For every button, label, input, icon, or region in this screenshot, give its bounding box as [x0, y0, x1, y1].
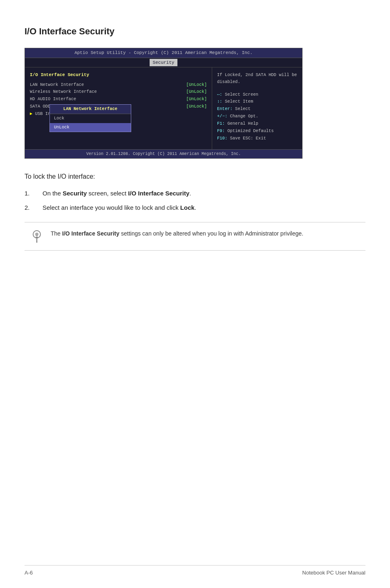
bios-nav-change: +/−: Change Opt.: [217, 113, 297, 120]
svg-point-4: [36, 242, 38, 243]
step-2-num: 2.: [25, 203, 36, 213]
step-1-num: 1.: [25, 189, 36, 198]
bios-popup-lock[interactable]: Lock: [50, 114, 131, 123]
bios-popup: LAN Network Interface Lock UnLock: [49, 104, 131, 132]
step-1-text: On the Security screen, select I/O Inter…: [43, 189, 191, 198]
bios-left-panel: I/O Interface Security LAN Network Inter…: [25, 67, 212, 149]
bios-section-title: I/O Interface Security: [30, 72, 207, 79]
info-icon: [30, 230, 43, 243]
svg-rect-2: [36, 238, 38, 239]
note-icon: [29, 229, 44, 244]
note-text: The I/O Interface Security settings can …: [51, 229, 303, 238]
bios-nav-enter: Enter: Select: [217, 105, 297, 113]
bios-item-audio: HD AUDIO Interface [UnLock]: [30, 96, 207, 103]
bios-nav-f10: F10: Save ESC: Exit: [217, 135, 297, 142]
bios-item-lan: LAN Network Interface [UnLock]: [30, 82, 207, 88]
bios-help-text: If Locked, 2nd SATA HDD will be disabled…: [217, 72, 297, 85]
bios-nav-select-item: ↕: Select Item: [217, 98, 297, 105]
bios-popup-title: LAN Network Interface: [50, 105, 131, 114]
note-box: The I/O Interface Security settings can …: [25, 222, 365, 251]
bios-tab-security: Security: [150, 59, 178, 67]
step-2: 2. Select an interface you would like to…: [25, 203, 365, 213]
bios-tab-row: Security: [25, 58, 302, 68]
footer-right: Notebook PC User Manual: [302, 569, 365, 577]
bios-nav-select-screen: ↔: Select Screen: [217, 91, 297, 99]
footer-left: A-6: [25, 569, 33, 577]
bios-nav-text: ↔: Select Screen ↕: Select Item Enter: S…: [217, 91, 297, 142]
bios-item-wireless: Wireless Network Interface [UnLock]: [30, 89, 207, 95]
page-footer: A-6 Notebook PC User Manual: [25, 565, 365, 577]
bios-footer: Version 2.01.1208. Copyright (C) 2011 Am…: [25, 149, 302, 158]
bios-screenshot: Aptio Setup Utility - Copyright (C) 2011…: [25, 48, 303, 159]
step-2-text: Select an interface you would like to lo…: [43, 203, 196, 213]
bios-right-panel: If Locked, 2nd SATA HDD will be disabled…: [212, 67, 302, 149]
page-title: I/O Interface Security: [25, 25, 365, 38]
bios-popup-unlock[interactable]: UnLock: [50, 123, 131, 132]
svg-rect-1: [36, 237, 38, 238]
step-1: 1. On the Security screen, select I/O In…: [25, 189, 365, 198]
bios-nav-f9: F9: Optimized Defaults: [217, 128, 297, 135]
steps-list: 1. On the Security screen, select I/O In…: [25, 189, 365, 212]
bios-body: I/O Interface Security LAN Network Inter…: [25, 67, 302, 149]
bios-header: Aptio Setup Utility - Copyright (C) 2011…: [25, 48, 302, 58]
bios-nav-f1: F1: General Help: [217, 120, 297, 128]
intro-text: To lock the I/O interface:: [25, 172, 365, 182]
